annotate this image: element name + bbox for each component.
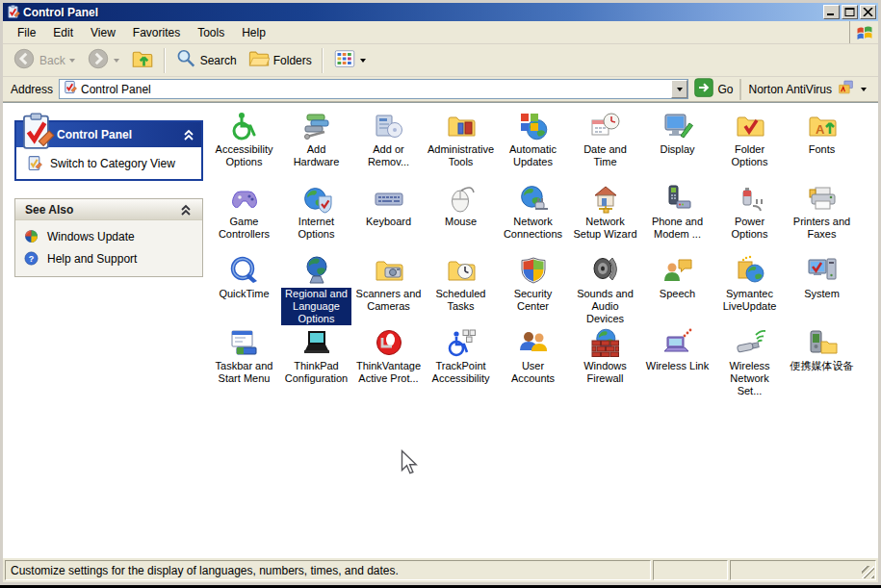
control-panel-item-windows-firewall[interactable]: Windows Firewall [569,325,641,397]
item-label: Game Controllers [209,216,279,241]
item-label: ThinkVantage Active Prot... [353,360,424,385]
menu-file[interactable]: File [9,23,44,42]
item-label: Fonts [807,143,838,156]
forward-button[interactable] [81,46,125,75]
menu-view[interactable]: View [82,23,124,42]
maximize-button[interactable] [842,5,858,19]
control-panel-item-printers-and-faxes[interactable]: Printers and Faxes [786,181,858,253]
control-panel-item-portable-media-device[interactable]: 便携媒体设备 [786,325,858,397]
panel-title: See Also [25,203,177,217]
control-panel-item-quicktime[interactable]: QuickTime [208,253,280,325]
thinkvantage-active-protection-icon [374,327,404,358]
task-link-switch-category-view[interactable]: Switch to Category View [26,155,195,171]
control-panel-item-wireless-link[interactable]: Wireless Link [641,325,713,397]
display-icon [662,111,693,141]
task-link-help-and-support[interactable]: ?Help and Support [23,250,198,267]
control-panel-item-administrative-tools[interactable]: Administrative Tools [425,109,497,181]
views-icon [333,47,356,74]
collapse-chevron-icon[interactable] [177,201,194,218]
norton-label: Norton AntiVirus [749,83,833,96]
menu-help[interactable]: Help [233,23,274,42]
sounds-audio-icon [590,255,621,286]
go-label: Go [717,83,733,96]
status-panel-3 [730,560,876,580]
back-button[interactable]: Back [7,46,81,75]
menu-edit[interactable]: Edit [44,23,82,42]
address-label: Address [11,83,53,96]
task-label: Windows Update [47,230,135,243]
item-label: Automatic Updates [498,143,568,168]
item-label: 便携媒体设备 [789,360,856,372]
power-options-icon [735,183,765,214]
control-panel-item-user-accounts[interactable]: User Accounts [497,325,569,397]
control-panel-item-add-hardware[interactable]: Add Hardware [280,109,352,181]
back-icon [13,47,36,74]
automatic-updates-icon [518,111,549,141]
views-dropdown-icon[interactable] [360,59,366,65]
task-sidebar: Control Panel Switch to Category View Se… [14,105,203,277]
go-button[interactable]: Go [694,78,733,101]
control-panel-item-fonts[interactable]: AFonts [786,109,858,181]
control-panel-item-keyboard[interactable]: Keyboard [352,181,425,253]
control-panel-item-speech[interactable]: Speech [641,253,713,325]
control-panel-item-mouse[interactable]: Mouse [425,181,497,253]
control-panel-item-taskbar-start-menu[interactable]: Taskbar and Start Menu [208,325,280,397]
control-panel-item-network-setup-wizard[interactable]: Network Setup Wizard [569,181,641,253]
control-panel-item-automatic-updates[interactable]: Automatic Updates [497,109,569,181]
control-panel-item-display[interactable]: Display [641,109,713,181]
collapse-chevron-icon[interactable] [180,126,197,143]
menu-favorites[interactable]: Favorites [124,23,189,42]
search-button[interactable]: Search [169,46,243,75]
item-label: Keyboard [364,216,413,228]
control-panel-item-trackpoint-accessibility[interactable]: TrackPoint Accessibility [425,325,497,397]
control-panel-item-scanners-cameras[interactable]: Scanners and Cameras [352,253,425,325]
control-panel-item-thinkpad-configuration[interactable]: ThinkPad Configuration [280,325,352,397]
control-panel-item-game-controllers[interactable]: Game Controllers [208,181,280,253]
control-panel-item-add-remove-programs[interactable]: Add or Remov... [352,109,425,181]
control-panel-item-network-connections[interactable]: Network Connections [497,181,569,253]
control-panel-item-regional-language[interactable]: Regional and Language Options [280,253,352,325]
address-input[interactable]: Control Panel [59,79,688,99]
internet-options-icon [301,183,332,214]
address-dropdown-button[interactable] [671,80,687,98]
norton-dropdown-icon[interactable] [861,88,867,94]
control-panel-item-security-center[interactable]: Security Center [497,253,569,325]
chevron-down-icon [677,88,683,94]
views-button[interactable] [327,46,372,75]
trackpoint-accessibility-icon [446,327,477,358]
folders-button[interactable]: Folders [243,46,318,75]
control-panel-item-date-and-time[interactable]: Date and Time [569,109,641,181]
control-panel-item-phone-and-modem[interactable]: Phone and Modem ... [641,181,713,253]
svg-text:?: ? [29,254,35,264]
resize-grip[interactable] [862,566,874,578]
menu-tools[interactable]: Tools [189,23,233,42]
control-panel-item-accessibility-options[interactable]: Accessibility Options [208,109,280,181]
folder-options-icon [735,111,765,141]
item-label: TrackPoint Accessibility [426,360,496,385]
help-and-support-icon: ? [23,250,39,267]
item-label: Printers and Faxes [787,216,857,241]
up-button[interactable] [125,46,160,75]
back-dropdown-icon[interactable] [69,59,75,65]
control-panel-item-scheduled-tasks[interactable]: Scheduled Tasks [425,253,497,325]
item-label: Wireless Link [644,360,711,372]
task-link-windows-update[interactable]: Windows Update [23,228,198,244]
control-panel-item-folder-options[interactable]: Folder Options [713,109,786,181]
control-panel-item-wireless-network-setup[interactable]: Wireless Network Set... [713,325,786,397]
forward-dropdown-icon[interactable] [114,59,119,65]
item-label: Phone and Modem ... [642,216,713,241]
quicktime-icon [229,255,260,286]
minimize-button[interactable] [823,5,840,19]
close-button[interactable] [860,5,876,19]
title-bar[interactable]: Control Panel [3,3,878,21]
control-panel-item-system[interactable]: System [786,253,858,325]
control-panel-item-internet-options[interactable]: Internet Options [280,181,352,253]
item-label: Display [658,143,696,156]
search-icon [175,48,196,73]
control-panel-item-symantec-liveupdate[interactable]: Symantec LiveUpdate [713,253,786,325]
norton-antivirus-toolbar[interactable]: Norton AntiVirus [739,79,875,100]
control-panel-item-sounds-audio[interactable]: Sounds and Audio Devices [569,253,641,325]
control-panel-item-power-options[interactable]: Power Options [713,181,786,253]
search-label: Search [200,54,237,67]
control-panel-item-thinkvantage-active-protection[interactable]: ThinkVantage Active Prot... [352,325,425,397]
